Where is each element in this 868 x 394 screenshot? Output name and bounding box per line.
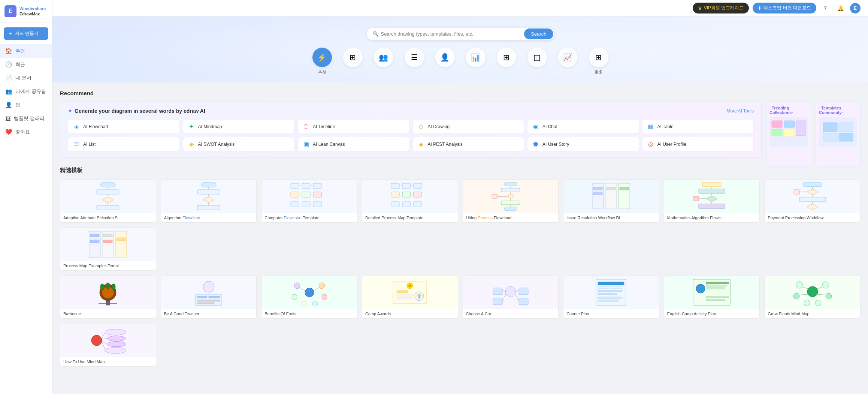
svg-line-128 — [515, 294, 519, 301]
category-more[interactable]: ⊞ 更多 — [589, 48, 608, 75]
template-card-payment-processing[interactable]: Payment Processing Workflow — [764, 179, 861, 223]
new-button[interactable]: ＋ 새로 만들기 — [4, 27, 48, 40]
ai-tool-ai-mindmap[interactable]: ✦ AI Mindmap — [183, 119, 295, 134]
templates-community-panel[interactable]: · Templates Community· — [816, 102, 861, 167]
sidebar-item-favorites[interactable]: ❤️좋아요 — [0, 125, 52, 139]
sidebar-item-recommend[interactable]: 🏠추천 — [0, 44, 52, 58]
avatar[interactable]: E — [850, 3, 861, 13]
category-list[interactable]: ☰ - — [405, 48, 424, 75]
cat-label-mindmap: - — [383, 69, 384, 74]
template-card-process-map[interactable]: Process Map Examples Templ... — [60, 227, 156, 271]
template-card-camp-awards[interactable]: ★ 🏆 Camp Awards — [362, 275, 458, 319]
svg-rect-43 — [391, 202, 399, 207]
ai-tool-ai-list[interactable]: ☰ AI List — [68, 137, 180, 151]
logo: E WondershareEdrawMax — [0, 0, 52, 23]
vip-btn-label: VIP회원 업그레이드 — [704, 5, 744, 11]
sidebar-item-recent[interactable]: 🕐최근 — [0, 58, 52, 71]
template-name-issue-resolution: Issue Resolution Workflow Di... — [563, 213, 659, 222]
templates-grid-row1: Adaptive Attribute Selection S... Algori… — [60, 179, 861, 271]
template-name-barbecue: Barbecue — [60, 309, 156, 318]
trending-preview — [769, 117, 808, 147]
template-thumb-good-teacher — [161, 276, 257, 309]
template-thumb-barbecue — [60, 276, 156, 309]
svg-rect-100 — [209, 296, 220, 298]
category-network[interactable]: ⊞ - — [497, 48, 516, 75]
ai-tool-ai-flowchart[interactable]: ◈ AI Flowchart — [68, 119, 180, 134]
ai-tool-icon-ai-flowchart: ◈ — [73, 123, 80, 130]
svg-rect-46 — [504, 182, 517, 186]
category-chart[interactable]: 📊 - — [466, 48, 486, 75]
svg-rect-9 — [839, 133, 853, 141]
svg-point-108 — [301, 301, 306, 306]
download-button[interactable]: ⬇ 데스크탑 버전 다운로드 — [753, 3, 816, 13]
help-icon[interactable]: ? — [820, 3, 831, 13]
ai-tool-ai-user-profile[interactable]: ◎ AI User Profile — [642, 137, 754, 151]
svg-point-150 — [815, 300, 821, 306]
template-card-barbecue[interactable]: Barbecue — [60, 275, 156, 319]
svg-point-105 — [319, 283, 325, 289]
template-card-benefits-fruits[interactable]: Benefits Of Fruits — [261, 275, 357, 319]
svg-rect-30 — [302, 192, 310, 197]
template-card-detailed-process[interactable]: Detailed Process Map Template — [362, 179, 458, 223]
more-ai-link[interactable]: More AI Tools — [727, 108, 754, 114]
sidebar-item-template-gallery[interactable]: 🖼템플릿 갤러리 — [0, 112, 52, 125]
cat-circle-more: ⊞ — [589, 48, 608, 67]
avatar-letter: E — [854, 6, 857, 11]
category-recommend[interactable]: ⚡ 추천 — [312, 48, 332, 75]
template-thumb-grow-plants — [765, 276, 860, 309]
community-preview — [819, 117, 857, 147]
template-card-choose-car[interactable]: Choose A Car — [463, 275, 559, 319]
ai-tool-ai-user-story[interactable]: ⬟ AI User Story — [527, 137, 639, 151]
category-mindmap[interactable]: 👥 - — [374, 48, 393, 75]
ai-tool-ai-pest[interactable]: ◈ AI PEST Analysis — [412, 137, 524, 151]
sidebar-item-shared[interactable]: 👥나에게 공유됨 — [0, 85, 52, 98]
vip-upgrade-button[interactable]: ♛ VIP회원 업그레이드 — [693, 3, 749, 13]
ai-title-text: Generate your diagram in several words b… — [75, 108, 205, 114]
category-bar: ⚡ 추천 ⊞ - 👥 - ☰ - 👤 - 📊 - ⊞ - ◫ - 📈 - ⊞ 更… — [60, 48, 861, 75]
nav-icon-team: 👤 — [5, 102, 12, 108]
svg-rect-45 — [414, 202, 422, 207]
category-flowchart[interactable]: ⊞ - — [343, 48, 363, 75]
svg-marker-81 — [807, 204, 818, 210]
template-card-english-camp[interactable]: English Camp Activity Plan — [664, 275, 760, 319]
template-card-adaptive[interactable]: Adaptive Attribute Selection S... — [60, 179, 156, 223]
svg-rect-70 — [693, 196, 699, 201]
ai-tool-ai-drawing[interactable]: ◇ AI Drawing — [412, 119, 524, 134]
trending-collections-panel[interactable]: · Trending Collections· — [766, 102, 811, 167]
ai-tool-ai-timeline[interactable]: ⬡ AI Timeline — [297, 119, 409, 134]
svg-point-109 — [312, 301, 318, 306]
svg-rect-35 — [391, 183, 399, 189]
ai-tool-icon-ai-swot: ◈ — [188, 141, 195, 148]
sidebar-item-my-docs[interactable]: 📄내 문서 — [0, 71, 52, 85]
template-card-how-to-mindmap[interactable]: How To Use Mind Map — [60, 323, 156, 367]
svg-rect-72 — [699, 204, 725, 208]
svg-rect-64 — [702, 182, 721, 187]
svg-rect-122 — [493, 298, 502, 305]
template-card-course-plan[interactable]: Course Plan — [563, 275, 659, 319]
template-card-algorithm[interactable]: Algorithm Flowchart — [161, 179, 257, 223]
recommend-section-title: Recommend — [60, 90, 861, 96]
sidebar-item-team[interactable]: 👤팀 — [0, 98, 52, 112]
ai-tool-ai-lean[interactable]: ▣ AI Lean Canvas — [297, 137, 409, 151]
svg-rect-23 — [197, 205, 220, 210]
svg-marker-21 — [203, 197, 214, 203]
recommend-wrapper: ✦ Generate your diagram in several words… — [60, 102, 861, 167]
category-org[interactable]: 👤 - — [435, 48, 455, 75]
template-card-computer-flowchart[interactable]: Computer Flowchart Template — [261, 179, 357, 223]
search-button[interactable]: Search — [524, 28, 553, 39]
template-card-grow-plants[interactable]: Grow Plants Mind Map — [764, 275, 861, 319]
category-bar[interactable]: 📈 - — [558, 48, 578, 75]
ai-tools-header: ✦ Generate your diagram in several words… — [68, 108, 754, 114]
template-card-good-teacher[interactable]: Be A Good Teacher — [161, 275, 257, 319]
cat-circle-org: 👤 — [435, 48, 455, 67]
template-card-math-algorithm[interactable]: Mathematics Algorithm Flowc... — [664, 179, 760, 223]
search-input[interactable] — [381, 31, 524, 37]
ai-tool-ai-table[interactable]: ▦ AI Table — [642, 119, 754, 134]
ai-tools-grid: ◈ AI Flowchart ✦ AI Mindmap ⬡ AI Timelin… — [68, 119, 754, 151]
category-uml[interactable]: ◫ - — [527, 48, 547, 75]
template-card-issue-resolution[interactable]: Issue Resolution Workflow Di... — [563, 179, 659, 223]
notification-icon[interactable]: 🔔 — [835, 3, 846, 13]
template-card-hiring-process[interactable]: Hiring Process Flowchart — [463, 179, 559, 223]
ai-tool-ai-chat[interactable]: ◉ AI Chat — [527, 119, 639, 134]
ai-tool-ai-swot[interactable]: ◈ AI SWOT Analysis — [183, 137, 295, 151]
